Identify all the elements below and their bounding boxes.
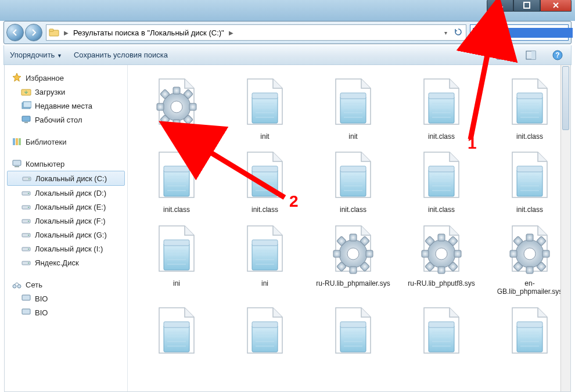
sidebar-item-desktop[interactable]: Рабочий стол [5,113,127,127]
star-icon [12,73,22,83]
refresh-icon[interactable] [453,28,463,38]
computer-icon [21,293,31,304]
file-label: init.class [516,206,543,214]
file-item[interactable]: init.class [310,149,396,214]
file-item[interactable]: init.class [398,75,484,141]
notepad-file-icon [502,149,558,204]
close-button[interactable] [540,0,572,12]
svg-point-50 [28,249,29,250]
minimize-button[interactable] [487,0,513,12]
sidebar-item-label: Локальный диск (E:) [35,203,106,211]
sidebar-item-drive[interactable]: Локальный диск (G:) [5,228,127,242]
file-item[interactable]: ru-RU.lib_phpmailer.sys [310,222,396,296]
notepad-file-icon [502,75,558,131]
breadcrumb[interactable]: Результаты поиска в "Локальный диск (C:)… [73,28,224,37]
toolbar: Упорядочить ▼ Сохранить условия поиска ▼… [3,45,572,65]
svg-point-53 [13,285,16,288]
file-item[interactable] [398,304,484,361]
scrollbar-thumb[interactable] [562,66,569,130]
sidebar-item-drive[interactable]: Локальный диск (C:) [7,171,125,186]
svg-rect-35 [16,138,18,145]
file-item[interactable] [222,304,308,361]
file-item[interactable]: ru-RU.lib_phputf8.sys [398,222,484,296]
file-item[interactable]: init.class [222,149,308,214]
back-button[interactable] [6,24,24,41]
sidebar-item-drive[interactable]: Локальный диск (F:) [5,214,127,228]
svg-rect-31 [23,102,31,107]
file-item[interactable]: ini [222,222,308,296]
file-item[interactable]: php [134,75,220,141]
file-item[interactable] [134,304,220,361]
file-pane[interactable]: phpinitinitinit.classinit.classinit.clas… [128,65,570,391]
forward-button[interactable] [25,24,42,41]
sidebar-item-label: BIO [35,308,48,317]
svg-rect-37 [13,160,21,166]
view-options-button[interactable]: ▼ [497,49,512,62]
sidebar-item-recent[interactable]: Недавние места [5,99,127,113]
file-item[interactable]: init.class [487,149,570,214]
file-item[interactable]: init.class [398,149,484,214]
svg-point-40 [28,178,30,179]
organize-menu[interactable]: Упорядочить ▼ [10,51,62,59]
sidebar-head-network[interactable]: Сеть [5,278,127,292]
sidebar-label: Библиотеки [26,138,66,146]
sidebar-group-favorites: Избранное Загрузки Недавние места Рабочи… [5,71,127,127]
history-dropdown-icon[interactable]: ▾ [442,30,450,36]
svg-rect-55 [22,295,30,300]
svg-rect-33 [24,122,28,123]
sidebar-item-downloads[interactable]: Загрузки [5,85,127,99]
file-item[interactable]: init [222,75,308,141]
chevron-right-icon: ▶ [62,30,71,36]
sidebar-head-computer[interactable]: Компьютер [5,157,127,171]
file-item[interactable]: init.class [134,149,220,214]
clear-search-icon[interactable]: ✕ [573,28,575,37]
notepad-file-icon [325,149,381,204]
file-label: ini [173,279,180,287]
file-item[interactable]: init.class [487,75,570,141]
file-label: en-GB.lib_phpmailer.sys [492,279,567,296]
address-bar[interactable]: ▶ Результаты поиска в "Локальный диск (C… [46,24,466,41]
notepad-file-icon [149,222,204,278]
svg-rect-26 [531,51,536,59]
preview-pane-button[interactable] [523,49,538,62]
drive-icon [21,173,32,184]
notepad-file-icon [237,149,293,204]
search-box[interactable]: ✕ [470,24,569,41]
help-button[interactable]: ? [550,49,565,62]
search-input[interactable] [473,28,573,38]
chevron-right-icon: ▶ [227,30,236,36]
maximize-button[interactable] [513,0,540,12]
file-item[interactable]: ini [134,222,220,296]
save-search-button[interactable]: Сохранить условия поиска [74,51,168,59]
svg-rect-56 [22,309,30,314]
file-item[interactable] [310,304,396,361]
drive-icon [21,215,31,226]
sidebar-item-label: Локальный диск (D:) [35,189,106,197]
notepad-file-icon [149,304,204,360]
sidebar-item-network-pc[interactable]: BIO [5,292,127,305]
file-label: php [171,132,182,141]
file-label: ini [261,279,268,287]
sidebar-item-drive[interactable]: Локальный диск (D:) [5,186,127,200]
file-item[interactable] [487,304,570,361]
drive-icon [21,202,31,212]
titlebar [0,0,575,21]
file-item[interactable]: init [310,75,396,141]
file-item[interactable]: en-GB.lib_phpmailer.sys [487,222,570,296]
sidebar-item-network-pc[interactable]: BIO [5,305,127,319]
svg-point-42 [28,193,29,194]
notepad-file-icon [325,304,381,360]
vertical-scrollbar[interactable] [560,65,570,391]
folder-icon [49,27,59,38]
sidebar-head-libraries[interactable]: Библиотеки [5,135,127,149]
network-icon [12,279,22,290]
sidebar-item-label: Яндекс.Диск [35,258,79,267]
sidebar-item-drive[interactable]: Локальный диск (I:) [5,242,127,256]
sidebar-head-favorites[interactable]: Избранное [5,71,127,85]
gear-file-icon [149,75,204,131]
svg-rect-38 [15,166,19,167]
sidebar-item-drive[interactable]: Локальный диск (E:) [5,200,127,214]
svg-point-48 [28,235,29,236]
computer-icon [12,159,22,169]
sidebar-item-drive[interactable]: Яндекс.Диск [5,256,127,269]
